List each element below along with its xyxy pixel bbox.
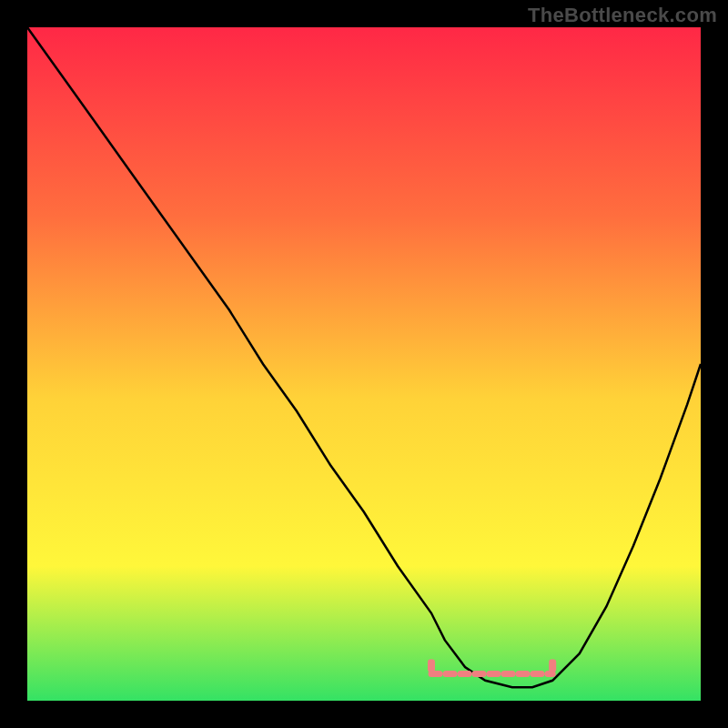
svg-rect-1	[428, 659, 435, 672]
svg-rect-2	[549, 659, 556, 672]
chart-container: TheBottleneck.com	[0, 0, 728, 728]
chart-svg	[27, 27, 701, 701]
plot-area	[27, 27, 701, 701]
gradient-background	[27, 27, 701, 701]
watermark-text: TheBottleneck.com	[528, 4, 717, 27]
